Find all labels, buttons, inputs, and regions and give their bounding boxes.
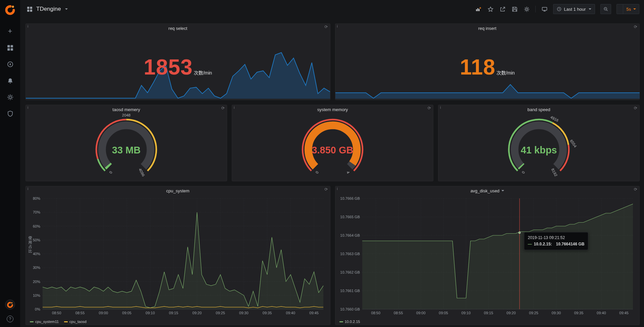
help-icon[interactable]: ? (7, 316, 13, 322)
svg-text:0: 0 (315, 171, 319, 174)
user-avatar[interactable] (5, 299, 15, 310)
legend-item[interactable]: cpu_system11 (30, 320, 59, 324)
panel-info-icon[interactable]: i (28, 25, 28, 28)
svg-text:70%: 70% (33, 210, 40, 214)
zoom-out-time-button[interactable] (600, 4, 611, 14)
settings-button[interactable] (523, 6, 530, 12)
share-button[interactable] (499, 6, 506, 12)
svg-text:09:05: 09:05 (122, 311, 131, 315)
svg-text:08:50: 08:50 (371, 311, 380, 315)
sidebar: + ? (0, 0, 20, 327)
dashboard-grid-icon[interactable] (26, 6, 33, 12)
sidebar-item-explore[interactable] (6, 60, 14, 68)
legend-item[interactable]: cpu_taosd (64, 320, 87, 324)
panel-refresh-icon: ⟳ (634, 25, 637, 29)
panel-info-icon[interactable]: i (337, 25, 338, 28)
panel-info-icon[interactable]: i (440, 106, 441, 109)
svg-text:0: 0 (108, 171, 113, 174)
cycle-view-button[interactable] (541, 6, 548, 12)
legend-swatch (64, 321, 68, 322)
panel-req-insert: i req insert ⟳ 118 次数/min (335, 24, 640, 100)
svg-text:10.7660 GB: 10.7660 GB (340, 307, 360, 311)
svg-text:10%: 10% (33, 293, 40, 297)
navbar-left: TDengine (26, 6, 68, 12)
legend-swatch (30, 321, 34, 322)
svg-text:09:10: 09:10 (461, 311, 471, 315)
svg-text:09:30: 09:30 (239, 311, 249, 315)
svg-text:09:15: 09:15 (169, 311, 178, 315)
panel-system-memory: i system memory ⟳ 04 3.850 GB (232, 105, 433, 181)
legend-label: cpu_taosd (69, 320, 87, 324)
sparkline-chart[interactable] (335, 52, 640, 99)
panel-info-icon[interactable]: i (28, 187, 28, 191)
svg-text:09:20: 09:20 (506, 311, 516, 315)
chevron-down-icon[interactable] (65, 8, 68, 10)
sidebar-item-server-admin[interactable] (6, 110, 14, 117)
panel-info-icon[interactable]: i (234, 106, 234, 109)
svg-text:09:20: 09:20 (193, 311, 202, 315)
timeseries-chart[interactable]: 0%10%20%30%40%50%60%70%80%08:5008:5509:0… (29, 196, 327, 317)
navbar-divider (535, 6, 536, 12)
dashboard-row-1: i req select ⟳ 1853 次数/min i req insert … (25, 24, 640, 100)
panel-info-icon[interactable]: i (28, 106, 28, 109)
chevron-down-icon (633, 8, 636, 10)
avatar-flame-icon (6, 301, 14, 308)
sidebar-item-alerting[interactable] (6, 77, 14, 84)
panel-title[interactable]: req insert (335, 24, 640, 33)
save-button[interactable] (511, 6, 518, 12)
panel-refresh-icon: ⟳ (324, 187, 328, 192)
svg-text:08:55: 08:55 (75, 311, 85, 315)
compass-icon (7, 61, 13, 67)
panel-cpu-system: i cpu_system ⟳ 使用占比 0%10%20%30%40%50%60%… (25, 186, 330, 325)
panel-title[interactable]: taosd memery (26, 105, 227, 114)
graph-tooltip: 2019-11-13 09:21:52 — 10.0.2.15: 10.7664… (524, 232, 589, 250)
refresh-button[interactable] (617, 4, 623, 14)
panel-title[interactable]: avg_disk_used (335, 186, 640, 195)
svg-text:10.7661 GB: 10.7661 GB (340, 289, 360, 293)
time-range-picker[interactable]: Last 1 hour (553, 4, 595, 14)
grafana-logo[interactable] (0, 0, 20, 19)
svg-text:10.7665 GB: 10.7665 GB (340, 215, 360, 219)
sidebar-item-create[interactable]: + (6, 28, 14, 35)
svg-text:09:45: 09:45 (619, 311, 629, 315)
panel-title[interactable]: band speed (438, 105, 639, 114)
sparkline-chart[interactable] (26, 52, 330, 99)
svg-text:09:35: 09:35 (263, 311, 272, 315)
sidebar-item-configuration[interactable] (6, 93, 14, 101)
legend-label: 10.0.2.15 (345, 320, 360, 324)
y-axis-label: 使用占比 (27, 236, 33, 253)
svg-text:30%: 30% (33, 266, 40, 270)
svg-text:6554: 6554 (569, 139, 578, 148)
panel-refresh-icon: ⟳ (428, 106, 431, 110)
sidebar-item-dashboards[interactable] (6, 44, 14, 51)
panel-title[interactable]: cpu_system (26, 186, 330, 195)
svg-text:09:15: 09:15 (484, 311, 493, 315)
gauge-chart[interactable]: 0491665548192 (438, 114, 639, 180)
panel-menu-caret-icon[interactable] (501, 190, 504, 191)
time-range-label: Last 1 hour (564, 7, 586, 12)
gauge-chart[interactable]: 04 (232, 114, 433, 180)
panel-title[interactable]: req select (26, 24, 330, 33)
timeseries-chart[interactable]: 10.7660 GB10.7661 GB10.7662 GB10.7663 GB… (338, 196, 636, 317)
panel-info-icon[interactable]: i (337, 187, 338, 191)
dashboard-row-2: i taosd memery ⟳ 020484096 33 MB i syste… (25, 105, 640, 181)
panel-band-speed: i band speed ⟳ 0491665548192 41 kbps (438, 105, 640, 181)
svg-text:8192: 8192 (550, 168, 558, 177)
svg-text:10.7663 GB: 10.7663 GB (340, 252, 360, 256)
top-navbar: TDengine Last 1 hour (20, 0, 644, 18)
panel-refresh-icon: ⟳ (634, 106, 637, 110)
plus-icon: + (8, 28, 12, 35)
add-panel-button[interactable] (475, 6, 482, 12)
gauge-chart[interactable]: 020484096 (26, 114, 227, 180)
refresh-interval-dropdown[interactable]: 5s (623, 4, 639, 14)
svg-text:09:35: 09:35 (574, 311, 583, 315)
svg-text:50%: 50% (33, 238, 40, 242)
legend-item[interactable]: 10.0.2.15 (339, 320, 360, 324)
panel-title[interactable]: system memory (232, 105, 433, 114)
panel-title-text: avg_disk_used (470, 188, 499, 193)
star-button[interactable] (487, 6, 494, 12)
legend-label: cpu_system11 (35, 320, 59, 324)
dashboard-title[interactable]: TDengine (36, 6, 61, 12)
svg-text:20%: 20% (33, 280, 40, 284)
navbar-right: Last 1 hour 5s (475, 4, 639, 14)
